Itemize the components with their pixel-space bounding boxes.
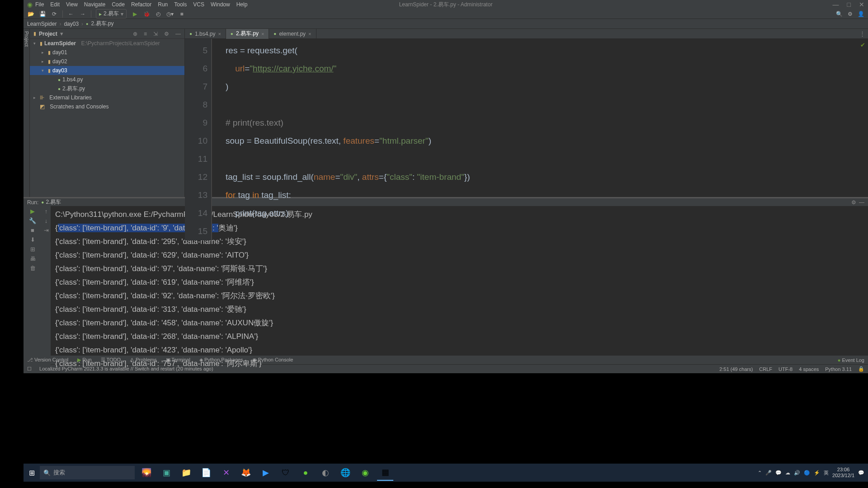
run-icon[interactable]: ▶	[131, 10, 138, 18]
tab-console[interactable]: ◉ Python Console	[252, 357, 293, 363]
app-icon[interactable]: 🌐	[337, 465, 354, 481]
print-icon[interactable]: 🖶	[30, 255, 36, 262]
close-tab-icon[interactable]: ×	[218, 31, 221, 37]
debug-icon[interactable]: 🐞	[143, 10, 150, 18]
menu-window[interactable]: Window	[211, 1, 230, 8]
app-icon[interactable]: ✕	[218, 465, 234, 481]
tray-icon[interactable]: 🔊	[794, 470, 800, 476]
search-icon[interactable]: 🔍	[835, 10, 843, 18]
menu-edit[interactable]: Edit	[50, 1, 60, 8]
run-config-selector[interactable]: ▸ 2.易车 ▾	[96, 9, 127, 19]
breadcrumb-item[interactable]: 2.易车.py	[91, 20, 114, 28]
editor-tab[interactable]: ●1.bs4.py×	[185, 29, 226, 39]
breadcrumb-item[interactable]: day03	[64, 21, 79, 27]
avatar-icon[interactable]: 👤	[857, 10, 864, 18]
menu-code[interactable]: Code	[112, 1, 125, 8]
tray-icon[interactable]: 💬	[775, 470, 782, 476]
back-icon[interactable]: ←	[67, 10, 75, 18]
app-icon[interactable]: 📄	[198, 465, 214, 481]
coverage-icon[interactable]: ◴	[155, 10, 162, 18]
wrench-icon[interactable]: 🔧	[29, 217, 36, 224]
status-indent[interactable]: 4 spaces	[799, 366, 819, 372]
profile-icon[interactable]: ◷▾	[166, 10, 174, 18]
tab-terminal[interactable]: ▣ Terminal	[166, 357, 190, 363]
menu-tools[interactable]: Tools	[174, 1, 187, 8]
status-interpreter[interactable]: Python 3.11	[825, 366, 852, 372]
open-icon[interactable]: 📂	[27, 10, 34, 18]
gear-icon[interactable]: ⚙	[846, 10, 854, 18]
trash-icon[interactable]: 🗑	[30, 265, 36, 272]
wrap-icon[interactable]: ⇥	[44, 227, 49, 234]
app-icon[interactable]: 🌄	[138, 465, 155, 481]
tray-icon[interactable]: ⚡	[814, 470, 820, 476]
code-content[interactable]: res = requests.get( url="https://car.yic…	[212, 39, 868, 240]
rerun-icon[interactable]: ▶	[30, 208, 35, 215]
tray-ime[interactable]: 英	[824, 469, 829, 476]
app-icon[interactable]: ◉	[357, 465, 373, 481]
editor-tab[interactable]: ●element.py×	[269, 29, 316, 39]
app-icon-active[interactable]: ▦	[377, 465, 393, 481]
app-icon[interactable]: ▣	[158, 465, 175, 481]
taskbar-search[interactable]: 🔍 搜索	[40, 466, 135, 479]
target-icon[interactable]: ⊕	[133, 31, 137, 37]
tab-run[interactable]: ▶ Run	[77, 357, 91, 363]
app-icon[interactable]: 📁	[178, 465, 194, 481]
app-icon[interactable]: 🦊	[238, 465, 254, 481]
refresh-icon[interactable]: ⟳	[51, 10, 58, 18]
down-arrow-icon[interactable]: ↓	[45, 217, 48, 224]
close-tab-icon[interactable]: ×	[261, 31, 264, 37]
up-arrow-icon[interactable]: ↑	[45, 208, 48, 215]
forward-icon[interactable]: →	[79, 10, 86, 18]
tab-packages[interactable]: ◈ Python Packages	[199, 357, 243, 363]
hide-icon[interactable]: —	[175, 31, 181, 37]
start-button[interactable]: ⊞	[24, 464, 40, 482]
status-lineending[interactable]: CRLF	[759, 366, 772, 372]
editor-tab-active[interactable]: ●2.易车.py×	[226, 29, 269, 39]
expand-icon[interactable]: ⇲	[153, 31, 158, 37]
settings-icon[interactable]: ⚙	[164, 31, 169, 37]
app-icon[interactable]: ◐	[317, 465, 334, 481]
stop-run-icon[interactable]: ■	[31, 227, 34, 234]
tree-folder[interactable]: ▸▮day01	[30, 48, 184, 57]
tree-root[interactable]: ▾▮ LearnSpider E:\PycharmProjects\LearnS…	[30, 39, 184, 48]
maximize-icon[interactable]: □	[847, 1, 851, 8]
tree-file[interactable]: ●1.bs4.py	[30, 75, 184, 84]
status-encoding[interactable]: UTF-8	[778, 366, 793, 372]
menu-help[interactable]: Help	[236, 1, 248, 8]
minimize-icon[interactable]: —	[833, 1, 839, 8]
tab-todo[interactable]: ☰ TODO	[101, 357, 121, 363]
menu-navigate[interactable]: Navigate	[84, 1, 105, 8]
menu-refactor[interactable]: Refactor	[131, 1, 151, 8]
code-editor[interactable]: ✔ 56789101112131415 res = requests.get( …	[185, 39, 868, 240]
down-icon[interactable]: ⬇	[30, 236, 35, 243]
save-icon[interactable]: 💾	[39, 10, 46, 18]
app-icon[interactable]: ●	[297, 465, 314, 481]
tray-icon[interactable]: 🎤	[765, 470, 772, 476]
tab-menu-icon[interactable]: ⋮	[857, 30, 868, 37]
tray-icon[interactable]: 🔵	[804, 470, 810, 476]
close-icon[interactable]: ✕	[859, 1, 864, 8]
tree-scratches[interactable]: ◩ Scratches and Consoles	[30, 102, 184, 111]
clock[interactable]: 23:06 2023/12/1	[832, 467, 854, 479]
notification-icon[interactable]: 💬	[858, 470, 864, 476]
tree-folder-selected[interactable]: ▾▮day03	[30, 66, 184, 75]
app-icon[interactable]: ▶	[258, 465, 274, 481]
menu-file[interactable]: File	[35, 1, 44, 8]
tray-icon[interactable]: ☁	[785, 470, 790, 476]
event-log[interactable]: ● Event Log	[838, 357, 864, 363]
tree-folder[interactable]: ▸▮day02	[30, 57, 184, 66]
menu-vcs[interactable]: VCS	[193, 1, 204, 8]
breadcrumb-item[interactable]: LearnSpider	[27, 21, 57, 27]
close-tab-icon[interactable]: ×	[308, 31, 311, 37]
menu-run[interactable]: Run	[158, 1, 168, 8]
collapse-icon[interactable]: ≡	[144, 31, 147, 37]
layout-icon[interactable]: ⊞	[30, 246, 35, 253]
tab-problems[interactable]: ⚠ Problems	[130, 357, 157, 363]
app-icon[interactable]: 🛡	[278, 465, 294, 481]
tray-icon[interactable]: ⌃	[758, 470, 762, 476]
menu-view[interactable]: View	[66, 1, 78, 8]
tree-ext-libs[interactable]: ▸⊪ External Libraries	[30, 93, 184, 102]
tree-file[interactable]: ●2.易车.py	[30, 84, 184, 93]
stop-icon[interactable]: ■	[178, 10, 185, 18]
tab-vcs[interactable]: ⎇ Version Control	[27, 357, 68, 363]
